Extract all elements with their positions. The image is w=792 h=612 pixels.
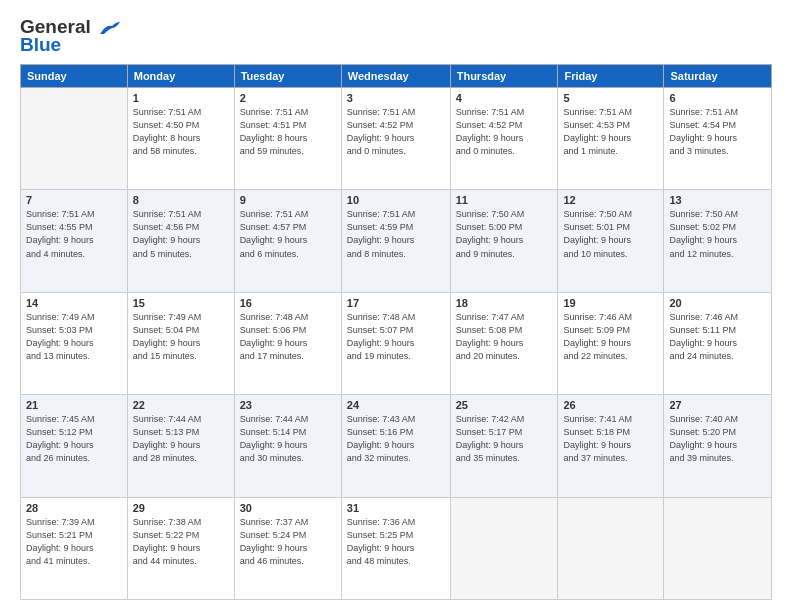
- day-number: 3: [347, 92, 445, 104]
- day-cell: 15Sunrise: 7:49 AMSunset: 5:04 PMDayligh…: [127, 292, 234, 394]
- page: General Blue SundayMondayTuesdayWednesda…: [0, 0, 792, 612]
- day-number: 27: [669, 399, 766, 411]
- day-info: Sunrise: 7:47 AMSunset: 5:08 PMDaylight:…: [456, 311, 553, 363]
- day-number: 16: [240, 297, 336, 309]
- logo-blue: Blue: [20, 34, 61, 56]
- day-cell: 12Sunrise: 7:50 AMSunset: 5:01 PMDayligh…: [558, 190, 664, 292]
- day-cell: 25Sunrise: 7:42 AMSunset: 5:17 PMDayligh…: [450, 395, 558, 497]
- logo-bird-icon: [98, 20, 120, 36]
- day-cell: [450, 497, 558, 599]
- day-number: 31: [347, 502, 445, 514]
- day-cell: [558, 497, 664, 599]
- day-cell: 27Sunrise: 7:40 AMSunset: 5:20 PMDayligh…: [664, 395, 772, 497]
- day-info: Sunrise: 7:51 AMSunset: 4:50 PMDaylight:…: [133, 106, 229, 158]
- day-cell: 29Sunrise: 7:38 AMSunset: 5:22 PMDayligh…: [127, 497, 234, 599]
- day-info: Sunrise: 7:37 AMSunset: 5:24 PMDaylight:…: [240, 516, 336, 568]
- day-info: Sunrise: 7:51 AMSunset: 4:55 PMDaylight:…: [26, 208, 122, 260]
- day-cell: [664, 497, 772, 599]
- day-cell: 5Sunrise: 7:51 AMSunset: 4:53 PMDaylight…: [558, 88, 664, 190]
- day-number: 21: [26, 399, 122, 411]
- day-info: Sunrise: 7:39 AMSunset: 5:21 PMDaylight:…: [26, 516, 122, 568]
- header-wednesday: Wednesday: [341, 65, 450, 88]
- header-saturday: Saturday: [664, 65, 772, 88]
- day-number: 24: [347, 399, 445, 411]
- day-info: Sunrise: 7:51 AMSunset: 4:52 PMDaylight:…: [347, 106, 445, 158]
- day-number: 25: [456, 399, 553, 411]
- day-cell: 30Sunrise: 7:37 AMSunset: 5:24 PMDayligh…: [234, 497, 341, 599]
- day-info: Sunrise: 7:43 AMSunset: 5:16 PMDaylight:…: [347, 413, 445, 465]
- day-number: 12: [563, 194, 658, 206]
- logo: General Blue: [20, 16, 120, 56]
- day-info: Sunrise: 7:51 AMSunset: 4:57 PMDaylight:…: [240, 208, 336, 260]
- day-number: 7: [26, 194, 122, 206]
- day-number: 22: [133, 399, 229, 411]
- day-number: 30: [240, 502, 336, 514]
- week-row-1: 1Sunrise: 7:51 AMSunset: 4:50 PMDaylight…: [21, 88, 772, 190]
- day-info: Sunrise: 7:51 AMSunset: 4:56 PMDaylight:…: [133, 208, 229, 260]
- day-number: 2: [240, 92, 336, 104]
- day-info: Sunrise: 7:51 AMSunset: 4:59 PMDaylight:…: [347, 208, 445, 260]
- day-cell: 24Sunrise: 7:43 AMSunset: 5:16 PMDayligh…: [341, 395, 450, 497]
- day-info: Sunrise: 7:48 AMSunset: 5:07 PMDaylight:…: [347, 311, 445, 363]
- day-number: 28: [26, 502, 122, 514]
- day-cell: 11Sunrise: 7:50 AMSunset: 5:00 PMDayligh…: [450, 190, 558, 292]
- calendar-header-row: SundayMondayTuesdayWednesdayThursdayFrid…: [21, 65, 772, 88]
- day-info: Sunrise: 7:46 AMSunset: 5:09 PMDaylight:…: [563, 311, 658, 363]
- week-row-5: 28Sunrise: 7:39 AMSunset: 5:21 PMDayligh…: [21, 497, 772, 599]
- day-cell: 20Sunrise: 7:46 AMSunset: 5:11 PMDayligh…: [664, 292, 772, 394]
- day-info: Sunrise: 7:42 AMSunset: 5:17 PMDaylight:…: [456, 413, 553, 465]
- day-cell: 14Sunrise: 7:49 AMSunset: 5:03 PMDayligh…: [21, 292, 128, 394]
- day-cell: 13Sunrise: 7:50 AMSunset: 5:02 PMDayligh…: [664, 190, 772, 292]
- day-cell: 3Sunrise: 7:51 AMSunset: 4:52 PMDaylight…: [341, 88, 450, 190]
- day-number: 13: [669, 194, 766, 206]
- day-number: 11: [456, 194, 553, 206]
- day-number: 23: [240, 399, 336, 411]
- day-info: Sunrise: 7:38 AMSunset: 5:22 PMDaylight:…: [133, 516, 229, 568]
- day-info: Sunrise: 7:50 AMSunset: 5:01 PMDaylight:…: [563, 208, 658, 260]
- header-sunday: Sunday: [21, 65, 128, 88]
- day-cell: [21, 88, 128, 190]
- day-info: Sunrise: 7:51 AMSunset: 4:53 PMDaylight:…: [563, 106, 658, 158]
- week-row-3: 14Sunrise: 7:49 AMSunset: 5:03 PMDayligh…: [21, 292, 772, 394]
- day-cell: 8Sunrise: 7:51 AMSunset: 4:56 PMDaylight…: [127, 190, 234, 292]
- day-number: 29: [133, 502, 229, 514]
- day-cell: 7Sunrise: 7:51 AMSunset: 4:55 PMDaylight…: [21, 190, 128, 292]
- day-cell: 26Sunrise: 7:41 AMSunset: 5:18 PMDayligh…: [558, 395, 664, 497]
- day-cell: 17Sunrise: 7:48 AMSunset: 5:07 PMDayligh…: [341, 292, 450, 394]
- day-info: Sunrise: 7:44 AMSunset: 5:13 PMDaylight:…: [133, 413, 229, 465]
- day-cell: 21Sunrise: 7:45 AMSunset: 5:12 PMDayligh…: [21, 395, 128, 497]
- day-number: 20: [669, 297, 766, 309]
- day-info: Sunrise: 7:40 AMSunset: 5:20 PMDaylight:…: [669, 413, 766, 465]
- day-info: Sunrise: 7:50 AMSunset: 5:02 PMDaylight:…: [669, 208, 766, 260]
- header-monday: Monday: [127, 65, 234, 88]
- day-number: 4: [456, 92, 553, 104]
- day-info: Sunrise: 7:45 AMSunset: 5:12 PMDaylight:…: [26, 413, 122, 465]
- day-number: 6: [669, 92, 766, 104]
- day-info: Sunrise: 7:49 AMSunset: 5:03 PMDaylight:…: [26, 311, 122, 363]
- day-info: Sunrise: 7:46 AMSunset: 5:11 PMDaylight:…: [669, 311, 766, 363]
- day-info: Sunrise: 7:48 AMSunset: 5:06 PMDaylight:…: [240, 311, 336, 363]
- day-number: 1: [133, 92, 229, 104]
- day-info: Sunrise: 7:36 AMSunset: 5:25 PMDaylight:…: [347, 516, 445, 568]
- day-cell: 31Sunrise: 7:36 AMSunset: 5:25 PMDayligh…: [341, 497, 450, 599]
- day-cell: 19Sunrise: 7:46 AMSunset: 5:09 PMDayligh…: [558, 292, 664, 394]
- day-cell: 18Sunrise: 7:47 AMSunset: 5:08 PMDayligh…: [450, 292, 558, 394]
- day-number: 15: [133, 297, 229, 309]
- day-cell: 10Sunrise: 7:51 AMSunset: 4:59 PMDayligh…: [341, 190, 450, 292]
- day-info: Sunrise: 7:51 AMSunset: 4:54 PMDaylight:…: [669, 106, 766, 158]
- day-number: 18: [456, 297, 553, 309]
- day-info: Sunrise: 7:51 AMSunset: 4:52 PMDaylight:…: [456, 106, 553, 158]
- day-info: Sunrise: 7:49 AMSunset: 5:04 PMDaylight:…: [133, 311, 229, 363]
- header: General Blue: [20, 16, 772, 56]
- day-info: Sunrise: 7:41 AMSunset: 5:18 PMDaylight:…: [563, 413, 658, 465]
- header-thursday: Thursday: [450, 65, 558, 88]
- day-number: 19: [563, 297, 658, 309]
- day-number: 17: [347, 297, 445, 309]
- day-cell: 28Sunrise: 7:39 AMSunset: 5:21 PMDayligh…: [21, 497, 128, 599]
- day-number: 10: [347, 194, 445, 206]
- week-row-4: 21Sunrise: 7:45 AMSunset: 5:12 PMDayligh…: [21, 395, 772, 497]
- header-friday: Friday: [558, 65, 664, 88]
- day-number: 5: [563, 92, 658, 104]
- day-cell: 9Sunrise: 7:51 AMSunset: 4:57 PMDaylight…: [234, 190, 341, 292]
- day-cell: 6Sunrise: 7:51 AMSunset: 4:54 PMDaylight…: [664, 88, 772, 190]
